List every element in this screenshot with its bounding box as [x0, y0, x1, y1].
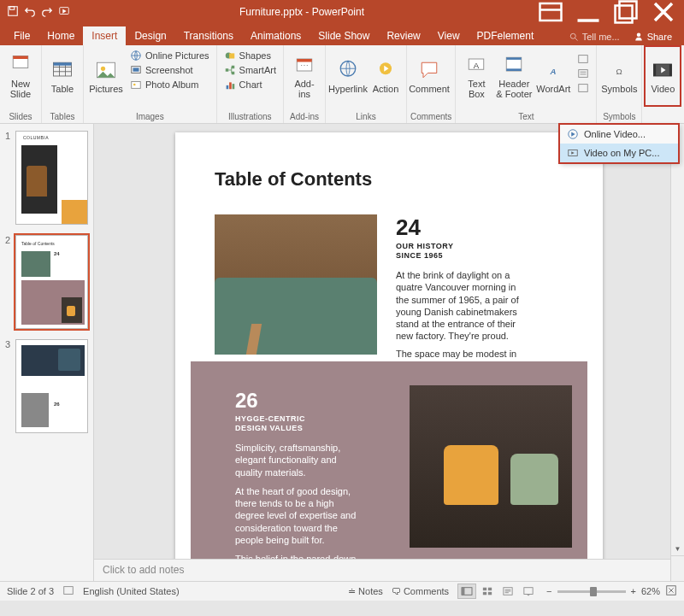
group-label: Add-ins — [287, 110, 321, 123]
group-label: Slides — [3, 110, 38, 123]
addins-button[interactable]: ⋯Add- ins — [287, 47, 321, 105]
svg-point-6 — [570, 33, 575, 38]
restore-icon[interactable] — [609, 0, 643, 24]
svg-rect-20 — [229, 53, 234, 58]
tab-transitions[interactable]: Transitions — [175, 26, 242, 45]
tab-pdfelement[interactable]: PDFelement — [469, 26, 543, 45]
zoom-percent[interactable]: 62% — [641, 586, 660, 596]
minimize-icon[interactable] — [571, 0, 605, 24]
toc-number-24: 24 — [396, 214, 421, 241]
slideshow-view-icon[interactable] — [519, 584, 538, 599]
header-footer-button[interactable]: Header & Footer — [495, 47, 533, 105]
new-slide-button[interactable]: New Slide — [3, 47, 38, 105]
tell-me-search[interactable]: Tell me... — [562, 28, 627, 45]
svg-rect-5 — [620, 2, 637, 19]
group-label: Comments — [410, 110, 451, 123]
fit-to-window-icon[interactable] — [665, 584, 677, 598]
comments-toggle[interactable]: 🗨 Comments — [392, 586, 449, 596]
screenshot-button[interactable]: Screenshot — [127, 63, 213, 77]
start-from-beginning-icon[interactable] — [58, 5, 70, 19]
group-addins: ⋯Add- ins Add-ins — [284, 45, 326, 123]
smartart-button[interactable]: SmartArt — [221, 63, 280, 77]
group-label: Images — [87, 110, 213, 123]
slide-thumbnail-1[interactable]: COLUMBIA — [15, 131, 88, 225]
table-button[interactable]: Table — [45, 47, 80, 105]
slide-thumbnail-3[interactable]: 26 — [15, 339, 88, 433]
share-button[interactable]: Share — [627, 28, 679, 45]
svg-point-13 — [101, 67, 105, 71]
group-tables: Table Tables — [42, 45, 84, 123]
quick-access-toolbar — [3, 5, 70, 19]
language-indicator[interactable]: English (United States) — [83, 586, 180, 596]
symbols-button[interactable]: ΩSymbols — [600, 47, 638, 105]
scroll-down-icon[interactable]: ▼ — [671, 542, 684, 555]
svg-rect-1 — [10, 7, 15, 10]
svg-rect-21 — [225, 68, 228, 72]
hyperlink-button[interactable]: Hyperlink — [329, 47, 367, 105]
slide-sorter-icon[interactable] — [478, 584, 497, 599]
svg-rect-23 — [231, 72, 234, 75]
tab-review[interactable]: Review — [378, 26, 428, 45]
photo-album-button[interactable]: Photo Album — [127, 78, 213, 91]
svg-rect-49 — [64, 587, 74, 595]
svg-rect-16 — [133, 67, 139, 71]
group-comments: Comment Comments — [407, 45, 456, 123]
chart-button[interactable]: Chart — [221, 78, 280, 91]
zoom-out-icon[interactable]: − — [546, 586, 551, 596]
spell-check-icon[interactable] — [62, 584, 74, 598]
close-icon[interactable] — [646, 0, 681, 24]
tab-view[interactable]: View — [429, 26, 469, 45]
normal-view-icon[interactable] — [457, 584, 476, 599]
notes-pane[interactable]: Click to add notes — [94, 559, 684, 581]
shapes-button[interactable]: Shapes — [221, 49, 280, 62]
save-icon[interactable] — [7, 5, 19, 19]
svg-rect-53 — [488, 588, 492, 590]
notes-toggle[interactable]: ≐ Notes — [348, 586, 383, 597]
slide-indicator[interactable]: Slide 2 of 3 — [7, 586, 54, 596]
online-pictures-button[interactable]: Online Pictures — [127, 49, 213, 62]
tab-animations[interactable]: Animations — [242, 26, 310, 45]
group-label: Links — [329, 110, 403, 123]
tab-insert[interactable]: Insert — [83, 26, 126, 45]
tab-design[interactable]: Design — [126, 26, 174, 45]
zoom-in-icon[interactable]: + — [631, 586, 636, 596]
toc-body-26: Simplicity, craftsmanship, elegant funct… — [235, 442, 363, 559]
video-button[interactable]: Video — [646, 47, 680, 105]
svg-rect-4 — [616, 6, 633, 23]
slide-title: Table of Contents — [215, 168, 372, 191]
pictures-button[interactable]: Pictures — [87, 47, 125, 105]
wordart-button[interactable]: AWordArt — [534, 47, 572, 105]
comment-button[interactable]: Comment — [410, 47, 448, 105]
slide-thumbnail-2[interactable]: Table of Contents 24 — [15, 235, 88, 329]
reading-view-icon[interactable] — [498, 584, 517, 599]
slide-canvas[interactable]: Table of Contents 24 OUR HISTORY SINCE 1… — [175, 132, 603, 559]
video-on-my-pc-menu-item[interactable]: Video on My PC... — [560, 144, 678, 162]
group-label: Media — [646, 110, 684, 123]
tab-file[interactable]: File — [5, 26, 38, 45]
svg-point-7 — [636, 33, 640, 38]
toc-heading-24: OUR HISTORY SINCE 1965 — [396, 242, 454, 261]
group-links: Hyperlink Action Links — [326, 45, 407, 123]
tab-slideshow[interactable]: Slide Show — [310, 26, 378, 45]
toc-heading-26: HYGGE-CENTRIC DESIGN VALUES — [235, 414, 305, 433]
action-button[interactable]: Action — [369, 47, 403, 105]
svg-rect-26 — [232, 84, 234, 89]
group-illustrations: Shapes SmartArt Chart Illustrations — [217, 45, 284, 123]
text-box-button[interactable]: AText Box — [459, 47, 493, 105]
text-more-1[interactable] — [574, 52, 593, 66]
tab-home[interactable]: Home — [38, 26, 83, 45]
text-more-2[interactable] — [574, 67, 593, 80]
ribbon: New Slide Slides Table Tables Pictures O… — [0, 45, 684, 124]
chair-image — [410, 385, 572, 548]
svg-rect-36 — [507, 68, 522, 71]
redo-icon[interactable] — [41, 5, 53, 19]
zoom-slider[interactable] — [557, 590, 626, 593]
slide-nav-buttons[interactable] — [671, 555, 684, 581]
vertical-scrollbar[interactable]: ▲ ▼ — [670, 124, 684, 581]
svg-rect-9 — [13, 56, 28, 59]
svg-text:Ω: Ω — [616, 67, 622, 76]
text-more-3[interactable] — [574, 81, 593, 95]
undo-icon[interactable] — [24, 5, 36, 19]
ribbon-options-icon[interactable] — [534, 0, 568, 24]
online-video-menu-item[interactable]: Online Video... — [560, 125, 678, 144]
